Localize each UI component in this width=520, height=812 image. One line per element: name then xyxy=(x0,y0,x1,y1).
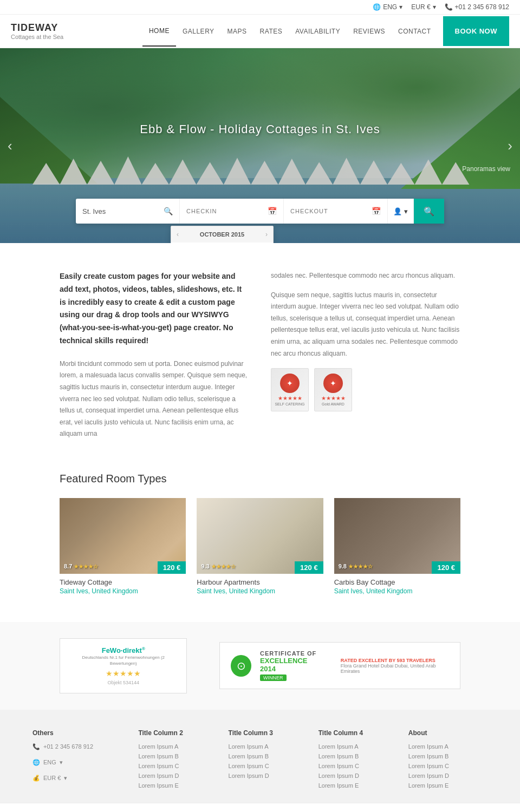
footer-col2-link-e[interactable]: Lorem Ipsum E xyxy=(138,782,217,789)
footer-col3-title: Title Column 3 xyxy=(229,729,308,737)
footer-currency: EUR € xyxy=(43,775,61,781)
footer-col2-link-a[interactable]: Lorem Ipsum A xyxy=(138,743,217,750)
content-grid: Easily create custom pages for your webs… xyxy=(60,270,460,440)
search-bar: 🔍 📅 📅 👤 ▾ 🔍 xyxy=(76,199,444,224)
footer-col5-link-a[interactable]: Lorem Ipsum A xyxy=(408,743,487,750)
calendar-prev-button[interactable]: ‹ xyxy=(177,231,179,238)
footer-col4-title: Title Column 4 xyxy=(318,729,398,737)
phone-display: 📞 +01 2 345 678 912 xyxy=(445,3,509,11)
checkin-calendar-icon: 📅 xyxy=(268,207,277,215)
room-price-2: 120 € xyxy=(295,561,323,574)
footer-col2-link-b[interactable]: Lorem Ipsum B xyxy=(138,753,217,759)
checkout-field[interactable]: 📅 xyxy=(284,199,388,224)
location-field[interactable]: 🔍 xyxy=(76,199,180,224)
search-button-icon: 🔍 xyxy=(424,206,434,217)
room-rating-1: 8.7 ★★★★☆ xyxy=(64,563,98,569)
bottom-bar: Follow us f t p g+ ▶ Bē in f 35 t 35 p 3… xyxy=(0,803,520,812)
calendar-grid: MO TU WE TH FR SA SU 1 2 3 4 xyxy=(171,243,273,243)
checkin-field[interactable]: 📅 xyxy=(180,199,284,224)
content-left: Easily create custom pages for your webs… xyxy=(60,270,249,440)
calendar-month-label: OCTOBER 2015 xyxy=(200,231,244,238)
room-name-2: Harbour Apartments xyxy=(197,578,323,586)
footer-col5-title: About xyxy=(408,729,487,737)
nav-availability[interactable]: AVAILABILITY xyxy=(289,17,347,46)
room-card-2[interactable]: 9.3 ★★★★☆ 120 € Harbour Apartments Saint… xyxy=(197,498,323,595)
footer-col3-link-c[interactable]: Lorem Ipsum C xyxy=(229,763,308,769)
logo-title: TIDEWAY xyxy=(11,22,63,34)
room-image-2: 9.3 ★★★★☆ 120 € xyxy=(197,498,323,574)
nav-rates[interactable]: RATES xyxy=(253,17,289,46)
footer-col4-link-b[interactable]: Lorem Ipsum B xyxy=(318,753,398,759)
top-bar: 🌐 ENG ▾ EUR € ▾ 📞 +01 2 345 678 912 xyxy=(0,0,520,15)
room-card-1[interactable]: 8.7 ★★★★☆ 120 € Tideway Cottage Saint Iv… xyxy=(60,498,186,595)
tripadvisor-logo: ⊙ xyxy=(231,655,251,677)
footer-col2-link-d[interactable]: Lorem Ipsum D xyxy=(138,772,217,779)
room-stars-2: ★★★★☆ xyxy=(211,564,236,569)
tripadvisor-badge: ⊙ CERTIFICATE OF EXCELLENCE 2014 WINNER … xyxy=(219,642,460,689)
footer-col5-link-d[interactable]: Lorem Ipsum D xyxy=(408,772,487,779)
guests-icon: 👤 xyxy=(393,207,402,215)
room-rating-3: 9.8 ★★★★☆ xyxy=(339,563,373,569)
footer-col4-link-d[interactable]: Lorem Ipsum D xyxy=(318,772,398,779)
footer-col3-link-d[interactable]: Lorem Ipsum D xyxy=(229,772,308,779)
currency-selector[interactable]: EUR € ▾ xyxy=(411,3,435,11)
footer-globe-icon: 🌐 xyxy=(32,759,40,766)
awards-section: ✦ ★★★★★ SELF CATERING ✦ ★★★★★ Gold AWARD xyxy=(271,368,460,411)
footer-col4-link-e[interactable]: Lorem Ipsum E xyxy=(318,782,398,789)
footer-grid: Others 📞 +01 2 345 678 912 🌐 ENG ▾ 💰 EUR… xyxy=(32,729,487,792)
nav-home[interactable]: HOME xyxy=(142,16,176,47)
checkin-input[interactable] xyxy=(186,208,264,214)
award1-stars: ★★★★★ xyxy=(278,395,302,401)
language-label: ENG xyxy=(383,3,397,11)
footer-currency-item[interactable]: 💰 EUR € ▾ xyxy=(32,775,127,785)
nav-gallery[interactable]: GALLERY xyxy=(176,17,221,46)
room-card-3[interactable]: 9.8 ★★★★☆ 120 € Carbis Bay Cottage Saint… xyxy=(334,498,460,595)
footer-col2-link-c[interactable]: Lorem Ipsum C xyxy=(138,763,217,769)
footer-col-2: Title Column 2 Lorem Ipsum A Lorem Ipsum… xyxy=(138,729,217,792)
rooms-grid: 8.7 ★★★★☆ 120 € Tideway Cottage Saint Iv… xyxy=(60,498,460,595)
site-header: TIDEWAY Cottages at the Sea HOME GALLERY… xyxy=(0,15,520,48)
prev-slide-button[interactable]: ‹ xyxy=(8,137,12,154)
footer-col4-link-a[interactable]: Lorem Ipsum A xyxy=(318,743,398,750)
room-location-2: Saint Ives, United Kingdom xyxy=(197,587,323,595)
calendar-next-button[interactable]: › xyxy=(265,231,268,238)
nav-reviews[interactable]: REVIEWS xyxy=(347,17,392,46)
language-selector[interactable]: 🌐 ENG ▾ xyxy=(373,3,402,11)
currency-label: EUR € xyxy=(411,3,430,11)
ta-cert-label: CERTIFICATE OF xyxy=(260,650,321,657)
fewo-title: FeWo·direkt® xyxy=(71,646,176,654)
next-slide-button[interactable]: › xyxy=(508,137,512,154)
main-nav: HOME GALLERY MAPS RATES AVAILABILITY REV… xyxy=(142,16,438,47)
location-input[interactable] xyxy=(82,207,160,215)
footer-col5-link-c[interactable]: Lorem Ipsum C xyxy=(408,763,487,769)
guests-selector[interactable]: 👤 ▾ xyxy=(388,199,414,224)
award2-stars: ★★★★★ xyxy=(321,395,346,401)
nav-contact[interactable]: CONTACT xyxy=(392,17,438,46)
logo-subtitle: Cottages at the Sea xyxy=(11,34,63,40)
room-stars-1: ★★★★☆ xyxy=(74,564,98,569)
checkout-input[interactable] xyxy=(290,208,368,214)
hero-section: Ebb & Flow - Holiday Cottages in St. Ive… xyxy=(0,48,520,243)
footer-col3-link-b[interactable]: Lorem Ipsum B xyxy=(229,753,308,759)
search-button[interactable]: 🔍 xyxy=(414,199,444,224)
tripadvisor-icon: ⊙ xyxy=(237,659,246,672)
panoramas-label: Panoramas view xyxy=(462,165,510,173)
nav-maps[interactable]: MAPS xyxy=(221,17,253,46)
content-right-para2: Quisque sem neque, sagittis luctus mauri… xyxy=(271,290,460,360)
book-now-button[interactable]: BOOK NOW xyxy=(443,16,509,46)
ta-rated-sub: Flora Grand Hotel Dubai Dubai, United Ar… xyxy=(341,663,449,674)
calendar-header: ‹ OCTOBER 2015 › xyxy=(171,226,273,243)
room-name-3: Carbis Bay Cottage xyxy=(334,578,460,586)
room-rating-2: 9.3 ★★★★☆ xyxy=(201,563,235,569)
footer-col4-link-c[interactable]: Lorem Ipsum C xyxy=(318,763,398,769)
footer-col5-link-e[interactable]: Lorem Ipsum E xyxy=(408,782,487,789)
footer-lang-item[interactable]: 🌐 ENG ▾ xyxy=(32,759,127,769)
room-image-1: 8.7 ★★★★☆ 120 € xyxy=(60,498,186,574)
footer-col3-link-a[interactable]: Lorem Ipsum A xyxy=(229,743,308,750)
partners-section: FeWo·direkt® Deutschlands Nr.1 fur Ferie… xyxy=(0,622,520,710)
footer-col1-title: Others xyxy=(32,729,127,737)
footer-phone-item: 📞 +01 2 345 678 912 xyxy=(32,743,127,754)
room-price-1: 120 € xyxy=(158,561,186,574)
footer-col5-link-b[interactable]: Lorem Ipsum B xyxy=(408,753,487,759)
footer-col-about: About Lorem Ipsum A Lorem Ipsum B Lorem … xyxy=(408,729,487,792)
